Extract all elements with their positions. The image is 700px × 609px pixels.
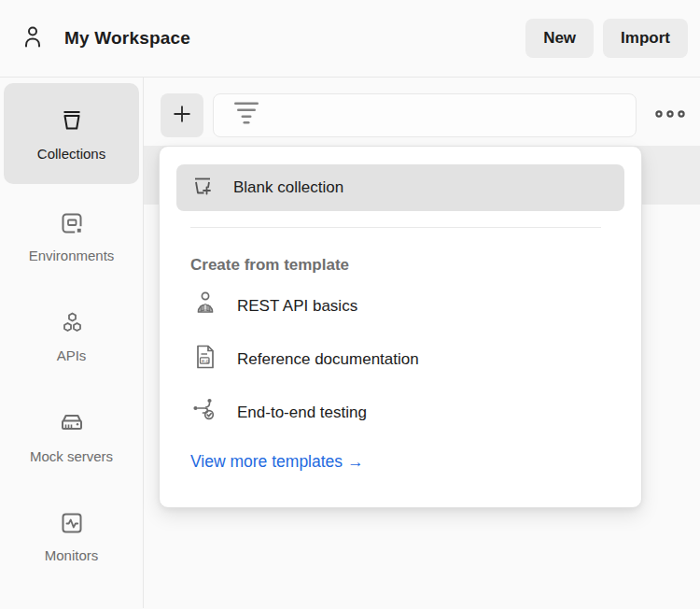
menu-item-blank-collection[interactable]: Blank collection bbox=[176, 164, 624, 211]
top-bar: My Workspace New Import bbox=[0, 0, 700, 78]
menu-item-end-to-end-testing[interactable]: End-to-end testing bbox=[190, 386, 624, 439]
collections-icon bbox=[57, 106, 87, 135]
filter-icon bbox=[233, 101, 259, 129]
flow-check-icon bbox=[190, 395, 220, 430]
sidebar-item-apis[interactable]: APIs bbox=[4, 289, 139, 384]
search-input[interactable] bbox=[271, 106, 636, 124]
blank-collection-icon bbox=[190, 173, 217, 204]
create-collection-menu: Blank collection Create from template RE… bbox=[159, 146, 642, 508]
menu-item-label: Blank collection bbox=[233, 178, 343, 197]
sidebar-item-monitors[interactable]: Monitors bbox=[4, 489, 139, 584]
sidebar-item-environments[interactable]: Environments bbox=[4, 189, 139, 284]
monitors-icon bbox=[58, 509, 86, 537]
environments-icon bbox=[58, 209, 86, 237]
menu-item-label: End-to-end testing bbox=[237, 404, 367, 422]
import-button[interactable]: Import bbox=[603, 19, 688, 58]
sidebar-item-label: APIs bbox=[57, 347, 87, 363]
document-example-icon: e.g bbox=[190, 342, 220, 376]
view-more-templates-link[interactable]: View more templates → bbox=[190, 439, 624, 484]
menu-divider bbox=[190, 227, 601, 228]
add-collection-button[interactable] bbox=[161, 93, 203, 137]
menu-item-label: REST API basics bbox=[237, 297, 357, 316]
menu-item-label: Reference documentation bbox=[237, 350, 419, 369]
sidebar-item-label: Monitors bbox=[45, 547, 99, 563]
sidebar: Collections Environments APIs bbox=[0, 78, 144, 608]
workspace-title: My Workspace bbox=[64, 28, 190, 49]
search-filter-box[interactable] bbox=[213, 93, 637, 137]
new-button[interactable]: New bbox=[525, 19, 594, 58]
sidebar-item-collections[interactable]: Collections bbox=[4, 83, 139, 184]
more-options-button[interactable] bbox=[646, 93, 694, 137]
more-options-icon bbox=[654, 108, 686, 122]
svg-text:e.g: e.g bbox=[202, 358, 209, 363]
sidebar-item-mock-servers[interactable]: Mock servers bbox=[4, 389, 139, 484]
topbar-actions: New Import bbox=[525, 19, 688, 58]
sidebar-item-label: Collections bbox=[37, 146, 105, 162]
menu-item-rest-api-basics[interactable]: REST API basics bbox=[190, 279, 624, 333]
person-reading-icon bbox=[190, 289, 220, 323]
workspace-avatar-icon bbox=[19, 22, 47, 54]
menu-item-reference-documentation[interactable]: e.g Reference documentation bbox=[190, 333, 624, 386]
plus-icon bbox=[171, 103, 193, 128]
menu-section-header: Create from template bbox=[190, 256, 624, 275]
collections-toolbar bbox=[144, 78, 700, 137]
sidebar-item-label: Mock servers bbox=[30, 448, 113, 464]
mock-servers-icon bbox=[57, 408, 87, 438]
sidebar-item-label: Environments bbox=[29, 248, 115, 263]
apis-icon bbox=[58, 309, 86, 337]
